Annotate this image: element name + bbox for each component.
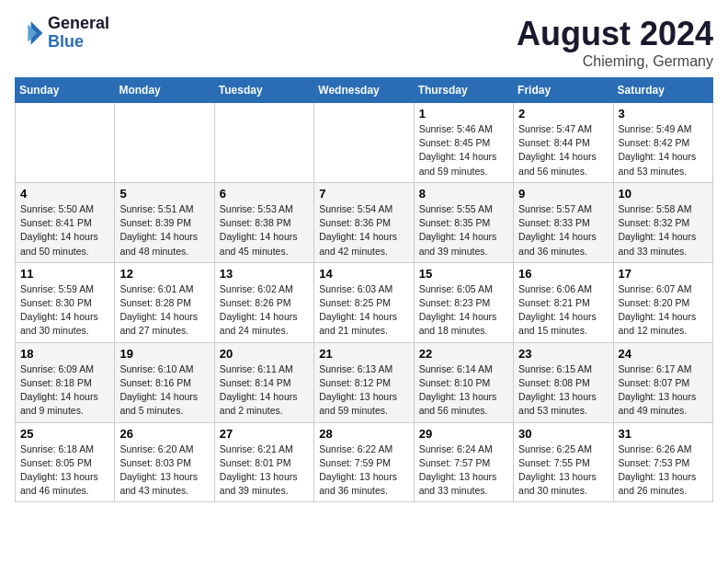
calendar-week-row: 4Sunrise: 5:50 AM Sunset: 8:41 PM Daylig… — [16, 182, 713, 262]
calendar-cell: 3Sunrise: 5:49 AM Sunset: 8:42 PM Daylig… — [613, 103, 712, 183]
day-info: Sunrise: 6:22 AM Sunset: 7:59 PM Dayligh… — [319, 442, 408, 499]
weekday-header: Saturday — [613, 78, 712, 103]
weekday-header: Thursday — [414, 78, 513, 103]
logo: General Blue — [15, 15, 109, 52]
page-header: General Blue August 2024 Chieming, Germa… — [15, 15, 713, 70]
day-number: 10 — [619, 187, 708, 201]
day-number: 17 — [619, 267, 708, 281]
calendar-cell: 28Sunrise: 6:22 AM Sunset: 7:59 PM Dayli… — [314, 422, 414, 502]
day-info: Sunrise: 6:20 AM Sunset: 8:03 PM Dayligh… — [119, 442, 209, 499]
calendar-cell: 18Sunrise: 6:09 AM Sunset: 8:18 PM Dayli… — [16, 342, 115, 422]
day-info: Sunrise: 6:07 AM Sunset: 8:20 PM Dayligh… — [619, 282, 708, 339]
day-number: 5 — [119, 187, 209, 201]
day-number: 16 — [518, 267, 608, 281]
calendar-title: August 2024 — [517, 15, 713, 53]
day-info: Sunrise: 5:50 AM Sunset: 8:41 PM Dayligh… — [20, 202, 109, 259]
day-info: Sunrise: 6:10 AM Sunset: 8:16 PM Dayligh… — [119, 362, 209, 419]
day-number: 9 — [518, 187, 608, 201]
calendar-week-row: 1Sunrise: 5:46 AM Sunset: 8:45 PM Daylig… — [16, 103, 713, 183]
calendar-cell: 11Sunrise: 5:59 AM Sunset: 8:30 PM Dayli… — [16, 262, 115, 342]
calendar-cell: 6Sunrise: 5:53 AM Sunset: 8:38 PM Daylig… — [214, 182, 313, 262]
day-info: Sunrise: 6:25 AM Sunset: 7:55 PM Dayligh… — [518, 442, 608, 499]
day-info: Sunrise: 6:26 AM Sunset: 7:53 PM Dayligh… — [619, 442, 708, 499]
calendar-cell: 5Sunrise: 5:51 AM Sunset: 8:39 PM Daylig… — [115, 182, 214, 262]
day-info: Sunrise: 6:21 AM Sunset: 8:01 PM Dayligh… — [220, 442, 309, 499]
day-info: Sunrise: 6:14 AM Sunset: 8:10 PM Dayligh… — [419, 362, 508, 419]
day-number: 24 — [619, 347, 708, 361]
day-info: Sunrise: 6:02 AM Sunset: 8:26 PM Dayligh… — [220, 282, 309, 339]
calendar-cell: 20Sunrise: 6:11 AM Sunset: 8:14 PM Dayli… — [214, 342, 313, 422]
logo-text: General Blue — [48, 15, 109, 52]
calendar-cell: 8Sunrise: 5:55 AM Sunset: 8:35 PM Daylig… — [414, 182, 513, 262]
day-number: 19 — [119, 347, 209, 361]
day-info: Sunrise: 5:57 AM Sunset: 8:33 PM Dayligh… — [518, 202, 608, 259]
day-number: 1 — [419, 107, 508, 121]
calendar-cell: 2Sunrise: 5:47 AM Sunset: 8:44 PM Daylig… — [514, 103, 613, 183]
day-number: 31 — [619, 427, 708, 441]
day-number: 29 — [419, 427, 508, 441]
weekday-header: Wednesday — [314, 78, 414, 103]
day-number: 4 — [20, 187, 109, 201]
day-info: Sunrise: 5:53 AM Sunset: 8:38 PM Dayligh… — [220, 202, 309, 259]
calendar-cell: 12Sunrise: 6:01 AM Sunset: 8:28 PM Dayli… — [115, 262, 214, 342]
day-info: Sunrise: 5:47 AM Sunset: 8:44 PM Dayligh… — [518, 122, 608, 178]
calendar-location: Chieming, Germany — [517, 53, 713, 70]
day-info: Sunrise: 6:15 AM Sunset: 8:08 PM Dayligh… — [518, 362, 608, 419]
day-info: Sunrise: 6:01 AM Sunset: 8:28 PM Dayligh… — [119, 282, 209, 339]
weekday-header: Tuesday — [214, 78, 313, 103]
day-info: Sunrise: 6:18 AM Sunset: 8:05 PM Dayligh… — [20, 442, 109, 499]
calendar-cell: 29Sunrise: 6:24 AM Sunset: 7:57 PM Dayli… — [414, 422, 513, 502]
day-info: Sunrise: 5:54 AM Sunset: 8:36 PM Dayligh… — [319, 202, 408, 259]
calendar-cell: 21Sunrise: 6:13 AM Sunset: 8:12 PM Dayli… — [314, 342, 414, 422]
day-number: 18 — [20, 347, 109, 361]
calendar-cell: 24Sunrise: 6:17 AM Sunset: 8:07 PM Dayli… — [613, 342, 712, 422]
day-info: Sunrise: 5:55 AM Sunset: 8:35 PM Dayligh… — [419, 202, 508, 259]
calendar-cell: 1Sunrise: 5:46 AM Sunset: 8:45 PM Daylig… — [414, 103, 513, 183]
day-info: Sunrise: 5:49 AM Sunset: 8:42 PM Dayligh… — [619, 122, 708, 178]
logo-icon — [15, 18, 44, 48]
calendar-cell — [115, 103, 214, 183]
day-number: 30 — [518, 427, 608, 441]
day-number: 26 — [119, 427, 209, 441]
calendar-cell: 25Sunrise: 6:18 AM Sunset: 8:05 PM Dayli… — [16, 422, 115, 502]
day-number: 22 — [419, 347, 508, 361]
day-info: Sunrise: 6:13 AM Sunset: 8:12 PM Dayligh… — [319, 362, 408, 419]
day-info: Sunrise: 6:17 AM Sunset: 8:07 PM Dayligh… — [619, 362, 708, 419]
calendar-week-row: 25Sunrise: 6:18 AM Sunset: 8:05 PM Dayli… — [16, 422, 713, 502]
day-number: 28 — [319, 427, 408, 441]
day-number: 25 — [20, 427, 109, 441]
day-info: Sunrise: 5:58 AM Sunset: 8:32 PM Dayligh… — [619, 202, 708, 259]
day-info: Sunrise: 6:03 AM Sunset: 8:25 PM Dayligh… — [319, 282, 408, 339]
day-number: 27 — [220, 427, 309, 441]
calendar-cell: 31Sunrise: 6:26 AM Sunset: 7:53 PM Dayli… — [613, 422, 712, 502]
day-info: Sunrise: 6:05 AM Sunset: 8:23 PM Dayligh… — [419, 282, 508, 339]
calendar-cell — [16, 103, 115, 183]
day-number: 12 — [119, 267, 209, 281]
calendar-cell: 4Sunrise: 5:50 AM Sunset: 8:41 PM Daylig… — [16, 182, 115, 262]
weekday-header: Friday — [514, 78, 613, 103]
day-number: 20 — [220, 347, 309, 361]
calendar-cell: 27Sunrise: 6:21 AM Sunset: 8:01 PM Dayli… — [214, 422, 313, 502]
day-number: 3 — [619, 107, 708, 121]
day-number: 6 — [220, 187, 309, 201]
weekday-header: Monday — [115, 78, 214, 103]
day-info: Sunrise: 6:09 AM Sunset: 8:18 PM Dayligh… — [20, 362, 109, 419]
day-info: Sunrise: 5:46 AM Sunset: 8:45 PM Dayligh… — [419, 122, 508, 178]
calendar-cell: 22Sunrise: 6:14 AM Sunset: 8:10 PM Dayli… — [414, 342, 513, 422]
day-info: Sunrise: 5:51 AM Sunset: 8:39 PM Dayligh… — [119, 202, 209, 259]
logo-blue: Blue — [48, 33, 109, 52]
day-info: Sunrise: 5:59 AM Sunset: 8:30 PM Dayligh… — [20, 282, 109, 339]
weekday-header-row: SundayMondayTuesdayWednesdayThursdayFrid… — [16, 78, 713, 103]
day-number: 15 — [419, 267, 508, 281]
calendar-cell: 30Sunrise: 6:25 AM Sunset: 7:55 PM Dayli… — [514, 422, 613, 502]
day-number: 2 — [518, 107, 608, 121]
day-number: 21 — [319, 347, 408, 361]
day-number: 7 — [319, 187, 408, 201]
day-info: Sunrise: 6:11 AM Sunset: 8:14 PM Dayligh… — [220, 362, 309, 419]
calendar-table: SundayMondayTuesdayWednesdayThursdayFrid… — [15, 77, 713, 502]
weekday-header: Sunday — [16, 78, 115, 103]
calendar-cell — [314, 103, 414, 183]
day-number: 8 — [419, 187, 508, 201]
calendar-cell: 10Sunrise: 5:58 AM Sunset: 8:32 PM Dayli… — [613, 182, 712, 262]
calendar-cell: 16Sunrise: 6:06 AM Sunset: 8:21 PM Dayli… — [514, 262, 613, 342]
